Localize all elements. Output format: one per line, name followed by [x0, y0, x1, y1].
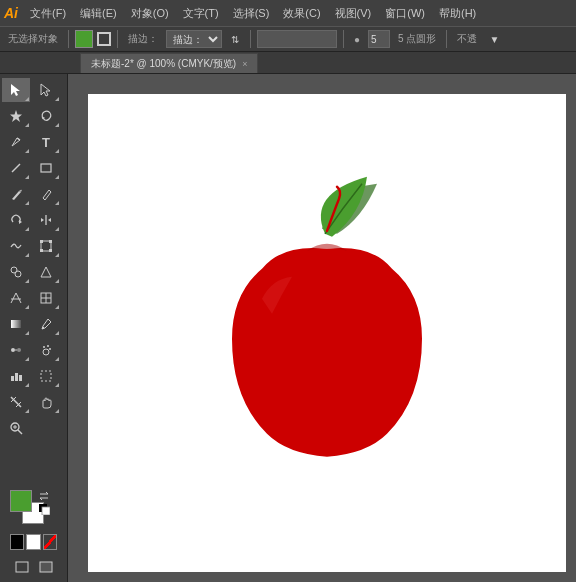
- svg-rect-33: [19, 375, 22, 381]
- perspective-grid-tool[interactable]: [2, 286, 30, 310]
- zoom-tool[interactable]: [2, 416, 30, 440]
- warp-tool[interactable]: [2, 234, 30, 258]
- full-screen-mode[interactable]: [36, 558, 56, 576]
- toolbar-divider-2: [117, 30, 118, 48]
- artboard-tool[interactable]: [32, 364, 60, 388]
- svg-rect-34: [41, 371, 51, 381]
- svg-line-35: [11, 397, 21, 407]
- svg-point-24: [11, 348, 15, 352]
- tool-row-7: [2, 234, 65, 258]
- color-none-box[interactable]: [43, 534, 57, 550]
- left-toolbar: T: [0, 74, 68, 582]
- svg-marker-7: [41, 218, 44, 222]
- svg-rect-45: [40, 562, 52, 572]
- pen-tool[interactable]: [2, 130, 30, 154]
- blend-tool[interactable]: [2, 338, 30, 362]
- svg-rect-12: [40, 249, 43, 252]
- reflect-tool[interactable]: [32, 208, 60, 232]
- foreground-color-box[interactable]: [10, 490, 32, 512]
- tool-row-11: [2, 338, 65, 362]
- tool-row-1: [2, 78, 65, 102]
- eyedropper-tool[interactable]: [32, 312, 60, 336]
- stroke-arrows-icon[interactable]: ⇅: [226, 30, 244, 48]
- symbol-sprayer-tool[interactable]: [32, 338, 60, 362]
- swap-colors-icon[interactable]: [38, 490, 50, 502]
- tab-close-button[interactable]: ×: [242, 59, 247, 69]
- selection-tool[interactable]: [2, 78, 30, 102]
- svg-rect-44: [16, 562, 28, 572]
- magic-wand-tool[interactable]: [2, 104, 30, 128]
- style-input[interactable]: [257, 30, 337, 48]
- svg-rect-11: [49, 240, 52, 243]
- svg-point-28: [43, 346, 45, 348]
- menu-edit[interactable]: 编辑(E): [74, 4, 123, 23]
- no-selection-label: 无选择对象: [4, 32, 62, 46]
- stroke-weight-select[interactable]: 描边：: [166, 30, 222, 48]
- hand-tool[interactable]: [32, 390, 60, 414]
- free-transform-tool[interactable]: [32, 234, 60, 258]
- tool-row-13: [2, 390, 65, 414]
- color-white-box[interactable]: [26, 534, 40, 550]
- svg-marker-0: [11, 84, 20, 96]
- menu-bar: 文件(F) 编辑(E) 对象(O) 文字(T) 选择(S) 效果(C) 视图(V…: [24, 4, 482, 23]
- tool-row-3: T: [2, 130, 65, 154]
- artboard[interactable]: [88, 94, 566, 572]
- svg-line-39: [18, 430, 22, 434]
- menu-select[interactable]: 选择(S): [227, 4, 276, 23]
- toolbar-divider-4: [343, 30, 344, 48]
- live-paint-tool[interactable]: [32, 260, 60, 284]
- document-tab[interactable]: 未标题-2* @ 100% (CMYK/预览) ×: [80, 53, 258, 73]
- svg-rect-31: [11, 376, 14, 381]
- color-stack: [10, 490, 50, 530]
- direct-selection-tool[interactable]: [32, 78, 60, 102]
- canvas-area: [68, 74, 576, 582]
- tool-row-5: [2, 182, 65, 206]
- lasso-tool[interactable]: [32, 104, 60, 128]
- svg-line-16: [11, 293, 16, 303]
- menu-effect[interactable]: 效果(C): [277, 4, 326, 23]
- menu-text[interactable]: 文字(T): [177, 4, 225, 23]
- points-label: ●: [350, 34, 364, 45]
- toolbar-divider-3: [250, 30, 251, 48]
- line-segment-tool[interactable]: [2, 156, 30, 180]
- paintbrush-tool[interactable]: [2, 182, 30, 206]
- tool-row-9: [2, 286, 65, 310]
- default-colors-icon[interactable]: [38, 503, 50, 515]
- rectangle-tool[interactable]: [32, 156, 60, 180]
- menu-object[interactable]: 对象(O): [125, 4, 175, 23]
- svg-line-17: [16, 293, 21, 303]
- points-input[interactable]: [368, 30, 390, 48]
- svg-line-3: [12, 164, 20, 172]
- tool-row-4: [2, 156, 65, 180]
- apple-illustration: [177, 169, 477, 511]
- menu-help[interactable]: 帮助(H): [433, 4, 482, 23]
- toolbar-stroke-color[interactable]: [97, 32, 111, 46]
- svg-point-30: [49, 348, 51, 350]
- svg-rect-43: [42, 507, 50, 515]
- main-layout: T: [0, 74, 576, 582]
- color-black-box[interactable]: [10, 534, 24, 550]
- mesh-tool[interactable]: [32, 286, 60, 310]
- tab-bar: 未标题-2* @ 100% (CMYK/预览) ×: [0, 52, 576, 74]
- slice-tool[interactable]: [2, 390, 30, 414]
- shape-builder-tool[interactable]: [2, 260, 30, 284]
- svg-point-27: [43, 349, 49, 355]
- pencil-tool[interactable]: [32, 182, 60, 206]
- svg-rect-13: [49, 249, 52, 252]
- normal-screen-mode[interactable]: [12, 558, 32, 576]
- svg-rect-10: [40, 240, 43, 243]
- more-options-icon[interactable]: ▼: [485, 30, 503, 48]
- column-graph-tool[interactable]: [2, 364, 30, 388]
- opacity-label: 不透: [453, 32, 481, 46]
- menu-file[interactable]: 文件(F): [24, 4, 72, 23]
- tool-row-8: [2, 260, 65, 284]
- svg-rect-4: [41, 164, 51, 172]
- rotate-tool[interactable]: [2, 208, 30, 232]
- tool-row-14: [2, 416, 65, 440]
- menu-window[interactable]: 窗口(W): [379, 4, 431, 23]
- toolbar-fill-color[interactable]: [75, 30, 93, 48]
- menu-view[interactable]: 视图(V): [329, 4, 378, 23]
- screen-mode-section: [2, 556, 65, 578]
- type-tool[interactable]: T: [32, 130, 60, 154]
- gradient-tool[interactable]: [2, 312, 30, 336]
